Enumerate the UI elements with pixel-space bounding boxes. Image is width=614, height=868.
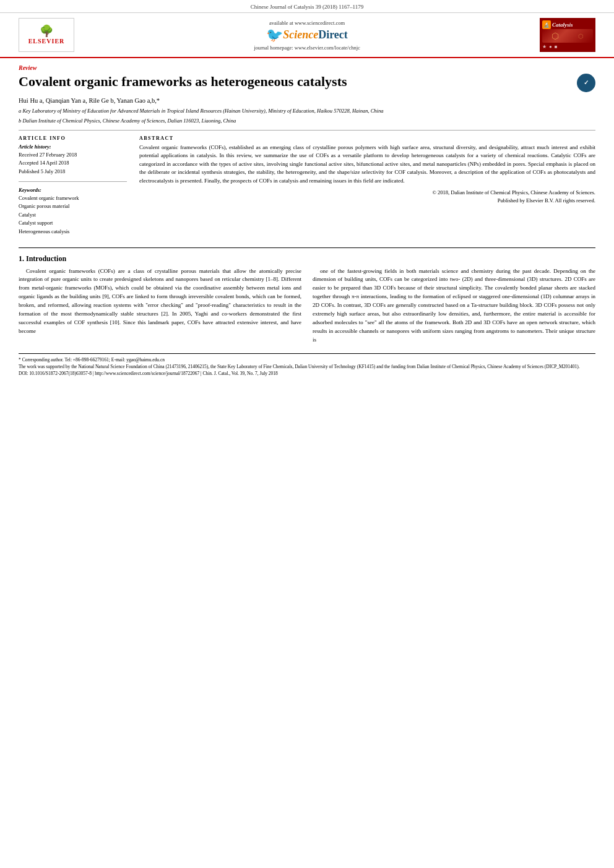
- journal-header: Chinese Journal of Catalysis 39 (2018) 1…: [0, 0, 614, 13]
- abstract-col: ABSTRACT Covalent organic frameworks (CO…: [139, 135, 595, 241]
- article-title-row: Covalent organic frameworks as heterogen…: [19, 74, 595, 92]
- accepted-date: Accepted 14 April 2018: [19, 159, 127, 168]
- catalysis-header: 🔬 Catalysis: [542, 20, 573, 29]
- keyword-2: Organic porous material: [19, 202, 127, 211]
- logo-bar: 🌳 ELSEVIER available at www.sciencedirec…: [0, 13, 614, 58]
- divider-keywords: [19, 181, 127, 182]
- article-info-label: ARTICLE INFO: [19, 135, 127, 141]
- intro-right-text: one of the fastest-growing fields in bot…: [313, 267, 595, 345]
- cat-icon-square: ■: [555, 44, 558, 49]
- abstract-text: Covalent organic frameworks (COFs), esta…: [139, 144, 595, 186]
- sd-direct-text: Direct: [318, 28, 348, 41]
- keyword-4: Catalyst support: [19, 219, 127, 228]
- catalysis-icon: 🔬: [542, 20, 551, 29]
- elsevier-tree-icon: 🌳: [40, 25, 53, 37]
- elsevier-logo: 🌳 ELSEVIER: [19, 18, 74, 52]
- available-text: available at www.sciencedirect.com: [87, 20, 527, 26]
- article-title-text: Covalent organic frameworks as heterogen…: [19, 74, 571, 90]
- review-label: Review: [19, 64, 595, 71]
- cat-decoration2: ⬡: [578, 33, 584, 40]
- copyright-text: © 2018, Dalian Institute of Chemical Phy…: [139, 189, 595, 205]
- keyword-1: Covalent organic framework: [19, 194, 127, 203]
- affiliation-a: a Key Laboratory of Ministry of Educatio…: [19, 108, 595, 115]
- center-info: available at www.sciencedirect.com 🐦 Sci…: [74, 20, 540, 51]
- funding-text: The work was supported by the National N…: [19, 363, 595, 370]
- homepage-url: journal homepage: www.elsevier.com/locat…: [87, 45, 527, 51]
- doi-text: DOI: 10.1016/S1872-2067(18)63057-8 | htt…: [19, 370, 595, 377]
- body-right-col: one of the fastest-growing fields in bot…: [313, 267, 595, 347]
- cat-icons-row: ★ ● ■: [542, 44, 558, 49]
- intro-left-text: Covalent organic frameworks (COFs) are a…: [19, 267, 301, 337]
- keyword-3: Catalyst: [19, 211, 127, 220]
- authors: Hui Hu a, Qianqian Yan a, Rile Ge b, Yan…: [19, 97, 595, 104]
- copyright-line1: © 2018, Dalian Institute of Chemical Phy…: [432, 189, 595, 204]
- intro-para-left: Covalent organic frameworks (COFs) are a…: [19, 267, 301, 337]
- affiliation-b: b Dalian Institute of Chemical Physics, …: [19, 118, 595, 125]
- footer-section: * Corresponding author. Tel: +86-898-662…: [19, 353, 595, 377]
- cat-icon-circle: ●: [549, 44, 552, 49]
- crossmark-icon: ✓: [577, 74, 595, 92]
- catalysis-logo: 🔬 Catalysis ⬡ ⬡ ★ ● ■: [540, 18, 595, 52]
- section-name: Introduction: [26, 254, 66, 263]
- body-left-col: Covalent organic frameworks (COFs) are a…: [19, 267, 301, 347]
- sciencedirect-logo: 🐦 Science Direct: [87, 28, 527, 42]
- article-info-col: ARTICLE INFO Article history: Received 2…: [19, 135, 127, 241]
- section-divider-1: [19, 247, 595, 248]
- sd-bird-icon: 🐦: [266, 28, 283, 42]
- history-label: Article history:: [19, 144, 127, 150]
- cat-decoration: ⬡: [551, 31, 559, 41]
- sd-science-text: Science: [283, 28, 318, 41]
- article-info-abstract: ARTICLE INFO Article history: Received 2…: [19, 135, 595, 241]
- footer-text: * Corresponding author. Tel: +86-898-662…: [19, 356, 595, 377]
- cat-icon-star: ★: [542, 44, 547, 49]
- corresponding-author: * Corresponding author. Tel: +86-898-662…: [19, 356, 595, 363]
- abstract-label: ABSTRACT: [139, 135, 595, 141]
- page: Chinese Journal of Catalysis 39 (2018) 1…: [0, 0, 614, 868]
- section-number: 1.: [19, 254, 24, 263]
- keywords-list: Covalent organic framework Organic porou…: [19, 194, 127, 236]
- authors-text: Hui Hu a, Qianqian Yan a, Rile Ge b, Yan…: [19, 97, 160, 104]
- introduction-title: 1. Introduction: [19, 254, 595, 264]
- elsevier-brand: ELSEVIER: [28, 38, 65, 45]
- main-content: Review Covalent organic frameworks as he…: [0, 58, 614, 384]
- body-columns: Covalent organic frameworks (COFs) are a…: [19, 267, 595, 347]
- article-history: Article history: Received 27 February 20…: [19, 144, 127, 176]
- received-date: Received 27 February 2018: [19, 151, 127, 160]
- keyword-5: Heterogeneous catalysis: [19, 228, 127, 236]
- catalysis-image-area: ⬡ ⬡: [542, 29, 593, 43]
- keywords-section: Keywords: Covalent organic framework Org…: [19, 187, 127, 236]
- keywords-label: Keywords:: [19, 187, 127, 193]
- published-date: Published 5 July 2018: [19, 168, 127, 176]
- divider-1: [19, 130, 595, 131]
- catalysis-title: Catalysis: [552, 22, 573, 28]
- journal-ref: Chinese Journal of Catalysis 39 (2018) 1…: [251, 4, 363, 10]
- intro-para-right: one of the fastest-growing fields in bot…: [313, 267, 595, 345]
